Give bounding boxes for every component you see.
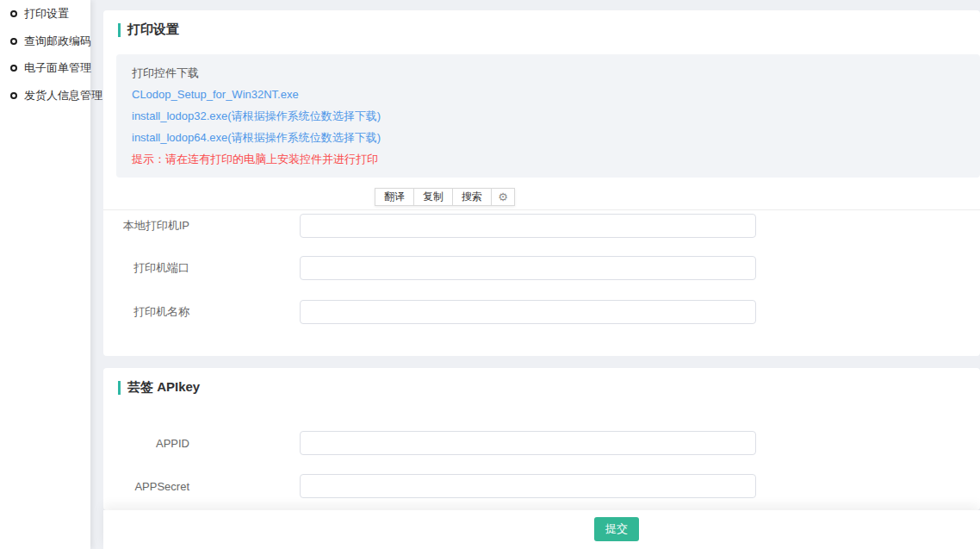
radio-circle-icon bbox=[10, 38, 17, 45]
accent-bar bbox=[118, 23, 121, 37]
print-settings-header: 打印设置 bbox=[118, 22, 179, 38]
page-title: 打印设置 bbox=[127, 22, 179, 38]
page: 打印设置 查询邮政编码 电子面单管理 发货人信息管理 打印设置 打印控件下载 C… bbox=[0, 0, 980, 549]
form-row-printer-port: 打印机端口 bbox=[103, 256, 980, 280]
apikey-header: 芸签 APIkey bbox=[118, 379, 200, 396]
install-tip-text: 提示：请在连有打印的电脑上安装控件并进行打印 bbox=[132, 152, 980, 167]
translate-button[interactable]: 翻译 bbox=[375, 189, 414, 205]
accent-bar bbox=[118, 381, 121, 395]
appid-input[interactable] bbox=[300, 431, 756, 455]
radio-circle-icon bbox=[10, 10, 17, 17]
form-row-appsecret: APPSecret bbox=[103, 474, 980, 498]
print-settings-card: 打印设置 打印控件下载 CLodop_Setup_for_Win32NT.exe… bbox=[103, 10, 980, 356]
radio-circle-icon bbox=[10, 65, 17, 72]
apikey-title: 芸签 APIkey bbox=[127, 379, 200, 396]
sidebar-item-label: 打印设置 bbox=[24, 6, 69, 22]
printer-name-label: 打印机名称 bbox=[103, 300, 189, 324]
apikey-card: 芸签 APIkey APPID APPSecret bbox=[103, 368, 980, 510]
sidebar-item-label: 查询邮政编码 bbox=[24, 34, 91, 49]
sidebar-item-shipper-info[interactable]: 发货人信息管理 bbox=[10, 88, 102, 103]
selection-toolbar: 翻译 复制 搜索 ⚙ bbox=[375, 188, 515, 206]
appsecret-input[interactable] bbox=[300, 474, 756, 498]
printer-port-label: 打印机端口 bbox=[103, 256, 189, 280]
footer-action-bar: 提交 bbox=[103, 510, 980, 549]
download-link-lodop64[interactable]: install_lodop64.exe(请根据操作系统位数选择下载) bbox=[132, 130, 381, 146]
submit-button[interactable]: 提交 bbox=[594, 517, 639, 541]
sidebar-item-print-settings[interactable]: 打印设置 bbox=[10, 6, 69, 22]
printer-ip-input[interactable] bbox=[300, 214, 756, 238]
form-row-printer-ip: 本地打印机IP bbox=[103, 214, 980, 238]
radio-circle-icon bbox=[10, 92, 17, 99]
sidebar-item-label: 电子面单管理 bbox=[24, 60, 91, 76]
printer-port-input[interactable] bbox=[300, 256, 756, 280]
toolbar-settings-button[interactable]: ⚙ bbox=[492, 189, 514, 205]
section-divider bbox=[103, 209, 980, 210]
search-button[interactable]: 搜索 bbox=[453, 189, 492, 205]
sidebar-item-ewaybill-management[interactable]: 电子面单管理 bbox=[10, 60, 91, 76]
printer-name-input[interactable] bbox=[300, 300, 756, 324]
download-link-lodop32[interactable]: install_lodop32.exe(请根据操作系统位数选择下载) bbox=[132, 109, 381, 124]
print-control-download-box: 打印控件下载 CLodop_Setup_for_Win32NT.exe inst… bbox=[116, 54, 980, 178]
sidebar: 打印设置 查询邮政编码 电子面单管理 发货人信息管理 bbox=[0, 0, 90, 549]
gear-icon: ⚙ bbox=[498, 191, 508, 203]
appid-label: APPID bbox=[103, 431, 189, 455]
copy-button[interactable]: 复制 bbox=[414, 189, 453, 205]
appsecret-label: APPSecret bbox=[103, 474, 189, 498]
printer-ip-label: 本地打印机IP bbox=[103, 214, 189, 238]
form-row-appid: APPID bbox=[103, 431, 980, 455]
download-link-clodop[interactable]: CLodop_Setup_for_Win32NT.exe bbox=[132, 87, 299, 103]
sidebar-item-label: 发货人信息管理 bbox=[24, 88, 102, 103]
download-heading: 打印控件下载 bbox=[132, 66, 980, 81]
sidebar-item-query-postcode[interactable]: 查询邮政编码 bbox=[10, 34, 91, 49]
form-row-printer-name: 打印机名称 bbox=[103, 300, 980, 324]
